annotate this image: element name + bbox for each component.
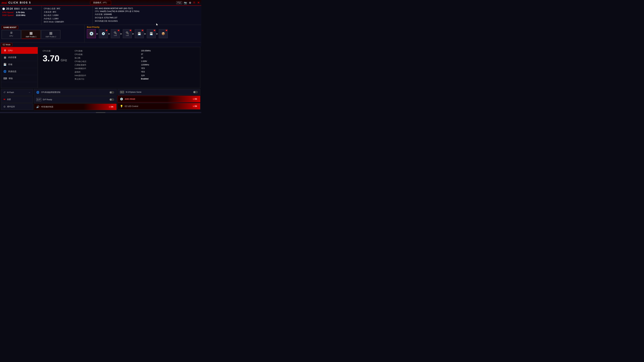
usb-badge-5: U [142, 30, 143, 31]
cpu-speed-label: CPU Speed [2, 11, 15, 13]
bottom-mid-col: 🌀 CPU风扇故障报警控制 ErP ErP Ready 🔊 HD音频控制器 [34, 89, 116, 107]
core-voltage-value: 1.028V [52, 14, 58, 16]
ahci-icon: 💿 [120, 97, 123, 100]
game-boost-label: GAME BOOST [2, 26, 18, 29]
game-boost-section: GAME BOOST 🖥 CPU ▦ XMP Profile 1 ▦ XMP P… [0, 25, 85, 42]
game-boost-cpu-tab[interactable]: 🖥 CPU [2, 30, 21, 39]
spec-label-7: Intel虚拟技术: [74, 74, 132, 77]
spec-label-3: CPU核心电压: [74, 60, 132, 63]
bios-date-value: 01/11/2021 [108, 20, 118, 22]
usb-badge-4: U [130, 30, 131, 31]
erp-button[interactable]: ErP ErP Ready [34, 96, 116, 103]
ez-sidebar: 🖥 CPU ▦ 内存容量 💾 存储 🌀 风扇信息 ⌨ 帮助 [1, 47, 38, 88]
xmp1-tab-label: XMP Profile 1 [26, 36, 36, 38]
hobby-button[interactable]: ❤ 喜爱 [1, 96, 33, 103]
mem-voltage-label: 内存电压: [44, 17, 52, 20]
hd-audio-button[interactable]: 🔊 HD音频控制器 ON [34, 104, 116, 110]
boot-device-2[interactable]: U 💿 [99, 29, 108, 38]
cpu-fan-toggle[interactable] [110, 91, 114, 94]
spec-value-5: YES [141, 67, 195, 70]
sidebar-item-help[interactable]: ⌨ 帮助 [1, 75, 38, 82]
cpu-freq-section: CPU主频: 3.70 GHz [43, 50, 68, 85]
spec-label-2: 核心数: [74, 57, 132, 59]
game-boost-tabs: 🖥 CPU ▦ XMP Profile 1 ▦ XMP Profile 2 [2, 30, 83, 39]
boot-device-4[interactable]: U 🔌 USB [123, 29, 132, 38]
sidebar-item-storage[interactable]: 💾 存储 [1, 61, 38, 68]
cpu-detail-panel: CPU主频: 3.70 GHz CPU基频: 100.00MHz CPU倍频: … [38, 47, 200, 88]
language-label[interactable]: 简 [193, 1, 195, 4]
mflash-button[interactable]: ↺ M-Flash → [1, 89, 33, 96]
m2-button[interactable]: M.2 M.2/Optane Genie [118, 89, 200, 95]
mb-label: MB: [95, 7, 98, 9]
mb-value: MAG B560M MORTAR WIFI (MS-7D17) [99, 7, 133, 9]
boot-device-5[interactable]: U 💾 [135, 29, 144, 38]
erp-label: ErP Ready [43, 98, 52, 101]
screenshot-button[interactable]: F12 [176, 1, 182, 4]
m2-icon: M.2 [120, 91, 124, 93]
usb-badge-3: U [118, 30, 119, 31]
boot-device-7[interactable]: U 📦 [159, 29, 168, 38]
memory-sidebar-icon: ▦ [3, 56, 6, 59]
cpu-tab-icon: 🖥 [10, 31, 12, 34]
game-boost-xmp1-tab[interactable]: ▦ XMP Profile 1 [22, 30, 40, 39]
mflash-icon: ↺ [3, 91, 6, 94]
game-boost-xmp2-tab[interactable]: ▦ XMP Profile 2 [41, 30, 60, 39]
mem-value: 16384MB [104, 13, 112, 15]
bios-mode-label: BIOS Mode: [44, 21, 54, 23]
ez-led-button[interactable]: 💡 EZ LED Control ON [118, 103, 200, 109]
hd-audio-label: HD音频控制器 [41, 105, 53, 108]
sidebar-item-memory[interactable]: ▦ 内存容量 [1, 54, 38, 61]
spec-value-0: 100.00MHz [141, 50, 195, 52]
bios-mode-value: CSM/UEFI [55, 21, 64, 23]
capture-icon[interactable]: 📷 [184, 1, 187, 4]
info-header: 🕐 20:24 星期日 18 4月, 2021 CPU Speed 3.70 G… [0, 6, 201, 25]
ez-led-label: EZ LED Control [125, 105, 138, 107]
temp-info-section: CPU核心温度: 36℃ 主板温度: 36℃ 核心电压: 1.028V 内存电压… [42, 6, 93, 25]
boot-device-1-icon: 💿 [89, 31, 94, 36]
spec-value-8: Enabled [141, 78, 195, 80]
xmp1-tab-icon: ▦ [30, 31, 33, 35]
ez-led-toggle[interactable]: ON [192, 105, 198, 107]
cpu-sidebar-label: CPU [8, 49, 12, 52]
m2-toggle[interactable] [193, 91, 198, 93]
boot-device-1[interactable]: 💿 [87, 29, 96, 38]
sidebar-item-fan[interactable]: 🌀 风扇信息 [1, 68, 38, 75]
fan-sidebar-icon: 🌀 [3, 70, 6, 73]
sidebar-item-cpu[interactable]: 🖥 CPU [1, 47, 38, 54]
usb-badge-7: U [166, 30, 167, 31]
scrollbar[interactable] [0, 112, 201, 113]
ahci-button[interactable]: 💿 AHCI /RAID ON [118, 96, 200, 102]
spec-value-7: 允许 [141, 74, 195, 77]
core-voltage-label: 核心电压: [44, 14, 52, 16]
hw-monitor-button[interactable]: ⚙ 硬件监控 [1, 103, 33, 110]
boot-device-3[interactable]: U 🔌 USB [111, 29, 120, 38]
top-bar-right: F12 📷 ⚙ 简 ✕ [176, 1, 200, 4]
spec-value-6: YES [141, 71, 195, 73]
fan-sidebar-label: 风扇信息 [8, 70, 16, 73]
spec-label-0: CPU基频: [74, 50, 132, 52]
cpu-freq-unit: GHz [61, 58, 67, 62]
boot-priority-section: Boot Priority 💿 ▶ U 💿 ▶ U 🔌 USB [85, 25, 201, 42]
hd-audio-toggle[interactable]: ON [108, 106, 114, 108]
cpu-specs-table: CPU基频: 100.00MHz CPU倍频: 37 核心数: 10 CPU核心… [74, 50, 195, 85]
erp-toggle[interactable] [110, 98, 114, 101]
boot-devices: 💿 ▶ U 💿 ▶ U 🔌 USB ▶ U [87, 29, 199, 38]
boot-device-6[interactable]: U 💾 [147, 29, 156, 38]
ahci-toggle[interactable]: ON [192, 98, 198, 100]
ez-mode-wrapper: EZ Mode [0, 42, 201, 47]
boot-device-5-icon: 💾 [138, 32, 141, 35]
cpu-freq-value: 3.70 [43, 54, 60, 62]
erp-icon: ErP [36, 98, 41, 101]
storage-sidebar-label: 存储 [8, 63, 12, 66]
system-time-section: 🕐 20:24 星期日 18 4月, 2021 CPU Speed 3.70 G… [0, 6, 42, 25]
close-button[interactable]: ✕ [197, 1, 200, 4]
boot-arrow-1: ▶ [96, 32, 98, 35]
mem-voltage-value: 1.196V [52, 17, 58, 20]
spec-label-4: 已调集显频率: [74, 64, 132, 66]
scrollbar-thumb [96, 112, 106, 113]
settings-icon[interactable]: ⚙ [189, 1, 191, 4]
cpu-fan-button[interactable]: 🌀 CPU风扇故障报警控制 [34, 89, 116, 96]
boot-device-7-icon: 📦 [162, 32, 165, 35]
cpu-fan-icon: 🌀 [36, 91, 40, 94]
advanced-mode-button[interactable]: 高级模式（F7） [90, 1, 111, 5]
